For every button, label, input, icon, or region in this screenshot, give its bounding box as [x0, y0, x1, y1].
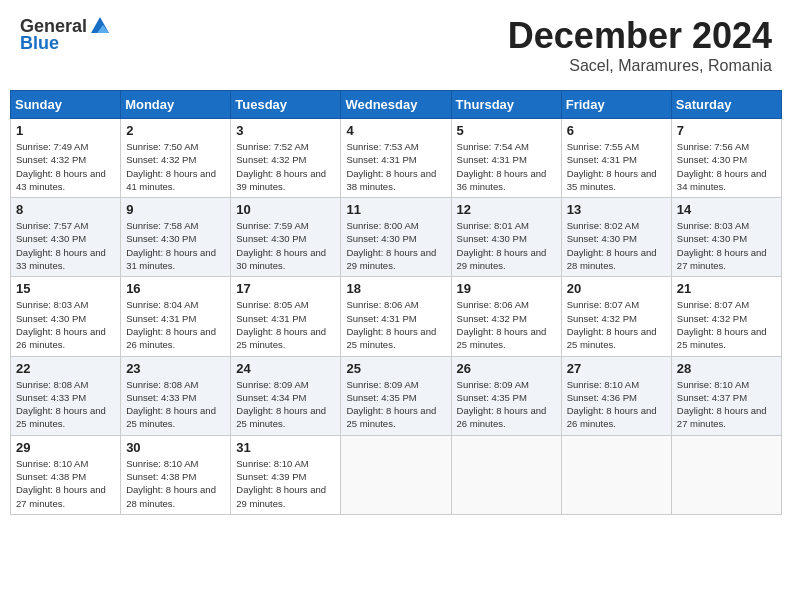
- calendar-table: SundayMondayTuesdayWednesdayThursdayFrid…: [10, 90, 782, 515]
- weekday-header-tuesday: Tuesday: [231, 91, 341, 119]
- day-number: 26: [457, 361, 556, 376]
- calendar-week-row: 15Sunrise: 8:03 AMSunset: 4:30 PMDayligh…: [11, 277, 782, 356]
- calendar-cell: 18Sunrise: 8:06 AMSunset: 4:31 PMDayligh…: [341, 277, 451, 356]
- logo-text-blue: Blue: [20, 33, 59, 54]
- day-info: Sunrise: 8:06 AMSunset: 4:31 PMDaylight:…: [346, 298, 445, 351]
- day-info: Sunrise: 8:00 AMSunset: 4:30 PMDaylight:…: [346, 219, 445, 272]
- day-number: 17: [236, 281, 335, 296]
- day-number: 5: [457, 123, 556, 138]
- calendar-cell: 12Sunrise: 8:01 AMSunset: 4:30 PMDayligh…: [451, 198, 561, 277]
- day-info: Sunrise: 8:09 AMSunset: 4:34 PMDaylight:…: [236, 378, 335, 431]
- day-number: 13: [567, 202, 666, 217]
- title-section: December 2024 Sacel, Maramures, Romania: [508, 15, 772, 75]
- weekday-header-friday: Friday: [561, 91, 671, 119]
- calendar-cell: 14Sunrise: 8:03 AMSunset: 4:30 PMDayligh…: [671, 198, 781, 277]
- calendar-cell: 27Sunrise: 8:10 AMSunset: 4:36 PMDayligh…: [561, 356, 671, 435]
- day-info: Sunrise: 8:04 AMSunset: 4:31 PMDaylight:…: [126, 298, 225, 351]
- day-info: Sunrise: 8:10 AMSunset: 4:39 PMDaylight:…: [236, 457, 335, 510]
- calendar-cell: 20Sunrise: 8:07 AMSunset: 4:32 PMDayligh…: [561, 277, 671, 356]
- calendar-cell: 26Sunrise: 8:09 AMSunset: 4:35 PMDayligh…: [451, 356, 561, 435]
- calendar-cell: 22Sunrise: 8:08 AMSunset: 4:33 PMDayligh…: [11, 356, 121, 435]
- day-number: 29: [16, 440, 115, 455]
- calendar-cell: 3Sunrise: 7:52 AMSunset: 4:32 PMDaylight…: [231, 119, 341, 198]
- day-info: Sunrise: 7:53 AMSunset: 4:31 PMDaylight:…: [346, 140, 445, 193]
- calendar-week-row: 29Sunrise: 8:10 AMSunset: 4:38 PMDayligh…: [11, 435, 782, 514]
- day-number: 24: [236, 361, 335, 376]
- day-info: Sunrise: 7:55 AMSunset: 4:31 PMDaylight:…: [567, 140, 666, 193]
- day-info: Sunrise: 7:52 AMSunset: 4:32 PMDaylight:…: [236, 140, 335, 193]
- day-number: 1: [16, 123, 115, 138]
- day-number: 30: [126, 440, 225, 455]
- calendar-cell: [671, 435, 781, 514]
- day-number: 15: [16, 281, 115, 296]
- page-header: General Blue December 2024 Sacel, Maramu…: [10, 10, 782, 80]
- day-info: Sunrise: 8:07 AMSunset: 4:32 PMDaylight:…: [677, 298, 776, 351]
- calendar-cell: 6Sunrise: 7:55 AMSunset: 4:31 PMDaylight…: [561, 119, 671, 198]
- calendar-week-row: 22Sunrise: 8:08 AMSunset: 4:33 PMDayligh…: [11, 356, 782, 435]
- calendar-cell: [451, 435, 561, 514]
- day-number: 11: [346, 202, 445, 217]
- calendar-cell: [561, 435, 671, 514]
- day-info: Sunrise: 8:02 AMSunset: 4:30 PMDaylight:…: [567, 219, 666, 272]
- day-number: 19: [457, 281, 556, 296]
- day-number: 21: [677, 281, 776, 296]
- calendar-cell: 21Sunrise: 8:07 AMSunset: 4:32 PMDayligh…: [671, 277, 781, 356]
- calendar-cell: 29Sunrise: 8:10 AMSunset: 4:38 PMDayligh…: [11, 435, 121, 514]
- calendar-cell: 5Sunrise: 7:54 AMSunset: 4:31 PMDaylight…: [451, 119, 561, 198]
- calendar-week-row: 8Sunrise: 7:57 AMSunset: 4:30 PMDaylight…: [11, 198, 782, 277]
- calendar-cell: 13Sunrise: 8:02 AMSunset: 4:30 PMDayligh…: [561, 198, 671, 277]
- day-number: 12: [457, 202, 556, 217]
- day-info: Sunrise: 7:50 AMSunset: 4:32 PMDaylight:…: [126, 140, 225, 193]
- weekday-header-sunday: Sunday: [11, 91, 121, 119]
- calendar-cell: 23Sunrise: 8:08 AMSunset: 4:33 PMDayligh…: [121, 356, 231, 435]
- day-number: 18: [346, 281, 445, 296]
- day-number: 10: [236, 202, 335, 217]
- calendar-cell: 2Sunrise: 7:50 AMSunset: 4:32 PMDaylight…: [121, 119, 231, 198]
- day-number: 20: [567, 281, 666, 296]
- day-number: 3: [236, 123, 335, 138]
- day-info: Sunrise: 7:54 AMSunset: 4:31 PMDaylight:…: [457, 140, 556, 193]
- day-info: Sunrise: 7:59 AMSunset: 4:30 PMDaylight:…: [236, 219, 335, 272]
- day-number: 23: [126, 361, 225, 376]
- day-info: Sunrise: 8:03 AMSunset: 4:30 PMDaylight:…: [16, 298, 115, 351]
- day-number: 8: [16, 202, 115, 217]
- calendar-cell: 4Sunrise: 7:53 AMSunset: 4:31 PMDaylight…: [341, 119, 451, 198]
- location: Sacel, Maramures, Romania: [508, 57, 772, 75]
- weekday-header-thursday: Thursday: [451, 91, 561, 119]
- day-info: Sunrise: 7:57 AMSunset: 4:30 PMDaylight:…: [16, 219, 115, 272]
- calendar-cell: 31Sunrise: 8:10 AMSunset: 4:39 PMDayligh…: [231, 435, 341, 514]
- day-info: Sunrise: 8:08 AMSunset: 4:33 PMDaylight:…: [126, 378, 225, 431]
- calendar-cell: 17Sunrise: 8:05 AMSunset: 4:31 PMDayligh…: [231, 277, 341, 356]
- calendar-cell: 28Sunrise: 8:10 AMSunset: 4:37 PMDayligh…: [671, 356, 781, 435]
- calendar-week-row: 1Sunrise: 7:49 AMSunset: 4:32 PMDaylight…: [11, 119, 782, 198]
- weekday-header-monday: Monday: [121, 91, 231, 119]
- weekday-header-saturday: Saturday: [671, 91, 781, 119]
- calendar-cell: 15Sunrise: 8:03 AMSunset: 4:30 PMDayligh…: [11, 277, 121, 356]
- calendar-cell: 10Sunrise: 7:59 AMSunset: 4:30 PMDayligh…: [231, 198, 341, 277]
- calendar-cell: 8Sunrise: 7:57 AMSunset: 4:30 PMDaylight…: [11, 198, 121, 277]
- day-info: Sunrise: 8:10 AMSunset: 4:38 PMDaylight:…: [126, 457, 225, 510]
- calendar-cell: 30Sunrise: 8:10 AMSunset: 4:38 PMDayligh…: [121, 435, 231, 514]
- day-info: Sunrise: 7:49 AMSunset: 4:32 PMDaylight:…: [16, 140, 115, 193]
- day-number: 28: [677, 361, 776, 376]
- day-info: Sunrise: 8:06 AMSunset: 4:32 PMDaylight:…: [457, 298, 556, 351]
- day-info: Sunrise: 8:01 AMSunset: 4:30 PMDaylight:…: [457, 219, 556, 272]
- day-number: 4: [346, 123, 445, 138]
- calendar-cell: 1Sunrise: 7:49 AMSunset: 4:32 PMDaylight…: [11, 119, 121, 198]
- day-number: 2: [126, 123, 225, 138]
- calendar-cell: 16Sunrise: 8:04 AMSunset: 4:31 PMDayligh…: [121, 277, 231, 356]
- calendar-cell: 24Sunrise: 8:09 AMSunset: 4:34 PMDayligh…: [231, 356, 341, 435]
- day-info: Sunrise: 7:56 AMSunset: 4:30 PMDaylight:…: [677, 140, 776, 193]
- day-info: Sunrise: 8:07 AMSunset: 4:32 PMDaylight:…: [567, 298, 666, 351]
- day-number: 7: [677, 123, 776, 138]
- day-number: 22: [16, 361, 115, 376]
- weekday-header-wednesday: Wednesday: [341, 91, 451, 119]
- day-number: 31: [236, 440, 335, 455]
- day-number: 9: [126, 202, 225, 217]
- day-number: 6: [567, 123, 666, 138]
- calendar-cell: 25Sunrise: 8:09 AMSunset: 4:35 PMDayligh…: [341, 356, 451, 435]
- calendar-cell: [341, 435, 451, 514]
- day-info: Sunrise: 8:08 AMSunset: 4:33 PMDaylight:…: [16, 378, 115, 431]
- calendar-cell: 7Sunrise: 7:56 AMSunset: 4:30 PMDaylight…: [671, 119, 781, 198]
- day-info: Sunrise: 8:10 AMSunset: 4:36 PMDaylight:…: [567, 378, 666, 431]
